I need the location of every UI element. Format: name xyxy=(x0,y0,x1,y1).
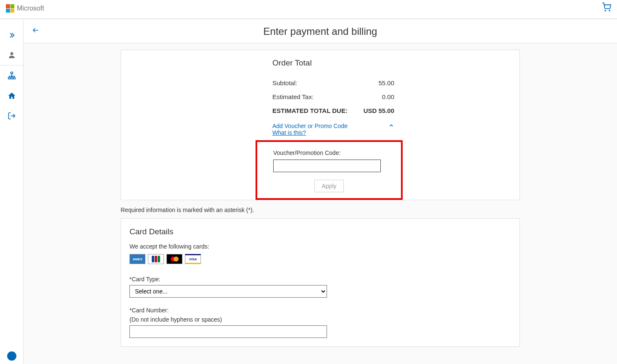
card-details-card: Card Details We accept the following car… xyxy=(121,218,520,347)
order-total-heading: Order Total xyxy=(272,58,394,68)
card-number-hint: (Do not include hyphens or spaces) xyxy=(129,316,511,323)
logout-icon[interactable] xyxy=(8,112,16,120)
total-row: ESTIMATED TOTAL DUE: USD 55.00 xyxy=(272,104,394,118)
svg-rect-5 xyxy=(11,77,12,79)
brand-text: Microsoft xyxy=(17,5,44,12)
page-header: Enter payment and billing xyxy=(24,20,617,43)
back-arrow-icon[interactable] xyxy=(32,26,40,36)
home-icon[interactable] xyxy=(8,92,16,100)
visa-icon: VISA xyxy=(185,254,201,264)
sitemap-icon[interactable] xyxy=(8,71,16,80)
subtotal-label: Subtotal: xyxy=(272,79,297,86)
microsoft-logo[interactable]: Microsoft xyxy=(6,4,44,13)
subtotal-value: 55.00 xyxy=(378,79,394,86)
tax-row: Estimated Tax: 0.00 xyxy=(272,90,394,104)
card-type-label: *Card Type: xyxy=(129,276,511,283)
microsoft-logo-icon xyxy=(6,4,14,13)
tax-label: Estimated Tax: xyxy=(272,93,314,100)
total-value: USD 55.00 xyxy=(364,107,394,114)
card-details-heading: Card Details xyxy=(129,227,511,236)
voucher-input[interactable] xyxy=(273,160,381,172)
total-label: ESTIMATED TOTAL DUE: xyxy=(272,107,348,114)
svg-point-2 xyxy=(10,52,13,55)
jcb-icon xyxy=(148,254,164,264)
voucher-label: Voucher/Promotion Code: xyxy=(273,149,385,156)
order-total-card: Order Total Subtotal: 55.00 Estimated Ta… xyxy=(121,50,520,200)
apply-button[interactable]: Apply xyxy=(314,180,343,192)
page-title: Enter payment and billing xyxy=(264,26,377,37)
add-voucher-link[interactable]: Add Voucher or Promo Code xyxy=(272,123,348,129)
mastercard-icon xyxy=(166,254,182,264)
expand-sidebar-icon[interactable] xyxy=(8,31,16,39)
accept-cards-text: We accept the following cards: xyxy=(129,243,511,250)
svg-rect-6 xyxy=(13,77,15,79)
tax-value: 0.00 xyxy=(382,93,394,100)
voucher-toggle[interactable]: Add Voucher or Promo Code What is this? xyxy=(272,123,394,136)
card-type-select[interactable]: Select one... xyxy=(129,285,327,298)
sidebar xyxy=(0,20,24,364)
chevron-up-icon[interactable] xyxy=(388,123,394,130)
amex-icon: AMEX xyxy=(129,254,145,264)
top-header: Microsoft xyxy=(0,0,617,19)
svg-rect-3 xyxy=(11,72,13,74)
voucher-box: Voucher/Promotion Code: Apply xyxy=(256,140,403,200)
svg-rect-4 xyxy=(8,77,10,79)
card-logos-row: AMEX VISA xyxy=(129,254,511,264)
card-number-label: *Card Number: xyxy=(129,307,511,314)
cart-icon[interactable] xyxy=(602,3,611,14)
account-icon[interactable] xyxy=(8,51,16,59)
subtotal-row: Subtotal: 55.00 xyxy=(272,76,394,90)
required-note: Required information is marked with an a… xyxy=(121,207,520,213)
what-is-this-link[interactable]: What is this? xyxy=(272,129,348,136)
svg-point-1 xyxy=(609,10,610,11)
svg-point-0 xyxy=(605,10,606,11)
help-icon[interactable] xyxy=(7,351,16,361)
card-number-input[interactable] xyxy=(129,325,327,338)
